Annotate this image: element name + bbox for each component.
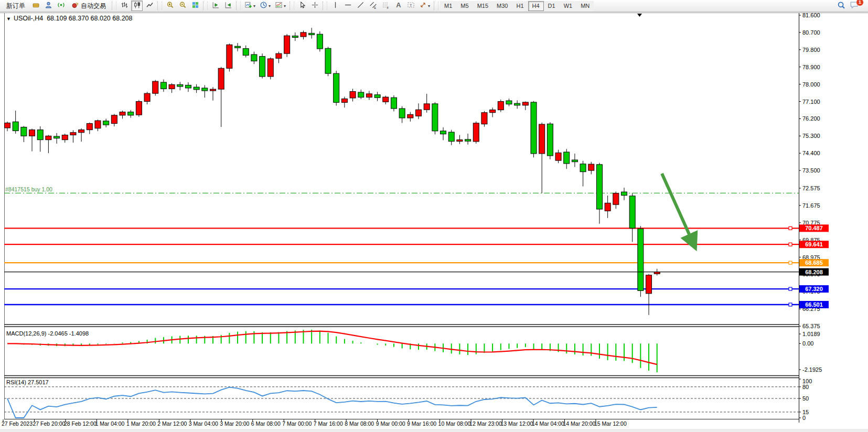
candle[interactable]: [251, 55, 257, 61]
candle[interactable]: [267, 59, 273, 77]
candle[interactable]: [441, 131, 446, 134]
candle[interactable]: [564, 152, 570, 164]
candle[interactable]: [235, 46, 241, 48]
arrows-button[interactable]: ▾: [417, 1, 432, 11]
profile-button[interactable]: [42, 1, 54, 11]
candle[interactable]: [490, 110, 496, 113]
candle[interactable]: [334, 73, 339, 102]
text-label-button[interactable]: T: [405, 1, 416, 11]
candle[interactable]: [128, 112, 134, 115]
candle[interactable]: [374, 95, 380, 98]
candle[interactable]: [301, 33, 306, 37]
candle[interactable]: [358, 92, 364, 98]
candle[interactable]: [153, 81, 158, 93]
candle[interactable]: [539, 124, 545, 154]
timeframe-m30-button[interactable]: M30: [492, 1, 512, 11]
candle[interactable]: [383, 97, 389, 102]
trendline-button[interactable]: [355, 1, 366, 11]
candle[interactable]: [572, 160, 577, 162]
candle[interactable]: [555, 153, 561, 161]
candle[interactable]: [62, 135, 68, 140]
candle[interactable]: [260, 57, 265, 77]
template-button[interactable]: ▾: [273, 1, 287, 11]
candle[interactable]: [457, 140, 463, 142]
zoom-in-button[interactable]: [164, 1, 176, 11]
candle[interactable]: [103, 121, 109, 125]
candle[interactable]: [144, 93, 150, 101]
candle[interactable]: [408, 114, 413, 118]
ticket-button[interactable]: [30, 1, 41, 11]
candle[interactable]: [638, 229, 644, 290]
timeframe-m15-button[interactable]: M15: [473, 1, 492, 11]
symbol-dropdown-icon[interactable]: ▼: [6, 16, 11, 21]
candle[interactable]: [202, 88, 208, 91]
candle[interactable]: [325, 48, 331, 73]
candle[interactable]: [588, 164, 594, 170]
candle[interactable]: [194, 87, 199, 90]
candle[interactable]: [629, 196, 635, 228]
line-handle[interactable]: [789, 261, 792, 264]
candle[interactable]: [515, 103, 520, 105]
candle[interactable]: [341, 99, 347, 102]
candle[interactable]: [54, 136, 60, 138]
candle[interactable]: [46, 136, 51, 139]
candle[interactable]: [177, 84, 183, 87]
time-axis[interactable]: 27 Feb 202327 Feb 20:0028 Feb 12:001 Mar…: [2, 419, 627, 427]
candle[interactable]: [309, 33, 315, 35]
candle[interactable]: [79, 130, 84, 133]
candle[interactable]: [547, 124, 553, 156]
candle[interactable]: [424, 104, 430, 110]
candle[interactable]: [522, 102, 528, 105]
candle[interactable]: [136, 102, 142, 115]
candle[interactable]: [465, 139, 471, 141]
candle[interactable]: [21, 127, 27, 136]
candle[interactable]: [621, 192, 627, 196]
timeframe-h4-button[interactable]: H4: [528, 1, 544, 11]
candle[interactable]: [506, 101, 512, 104]
candle[interactable]: [613, 193, 619, 205]
chart-window[interactable]: 81.60080.70079.80078.90078.00077.10076.2…: [0, 13, 868, 432]
timeframe-m1-button[interactable]: M1: [440, 1, 456, 11]
candle[interactable]: [531, 102, 537, 154]
candle[interactable]: [111, 115, 117, 124]
candle[interactable]: [169, 84, 175, 89]
bar-chart-button[interactable]: [119, 1, 130, 11]
crosshair-button[interactable]: [309, 1, 320, 11]
candle[interactable]: [350, 92, 356, 98]
candle[interactable]: [399, 109, 405, 118]
candle[interactable]: [218, 68, 224, 89]
candlestick-chart-button[interactable]: [131, 1, 143, 11]
broadcast-button[interactable]: [55, 1, 67, 11]
auto-scroll-button[interactable]: [210, 1, 221, 11]
candle[interactable]: [210, 89, 216, 91]
candle[interactable]: [605, 203, 610, 211]
candle[interactable]: [432, 104, 438, 131]
timeframe-mn-button[interactable]: MN: [576, 1, 594, 11]
candle[interactable]: [37, 130, 43, 140]
candle[interactable]: [292, 36, 298, 37]
candle[interactable]: [13, 122, 18, 131]
candle[interactable]: [391, 98, 397, 109]
line-handle[interactable]: [789, 243, 792, 246]
periodicity-button[interactable]: ▾: [258, 1, 272, 11]
candle[interactable]: [227, 45, 232, 68]
line-handle[interactable]: [789, 226, 792, 230]
vertical-line-button[interactable]: [329, 1, 341, 11]
text-button[interactable]: A: [392, 1, 404, 11]
chart-shift-button[interactable]: [222, 1, 234, 11]
fibonacci-button[interactable]: F: [380, 1, 391, 11]
new-chart-button[interactable]: ▾: [243, 1, 257, 11]
timeframe-h1-button[interactable]: H1: [512, 1, 528, 11]
candle[interactable]: [276, 53, 282, 58]
candle[interactable]: [29, 130, 35, 136]
auto-trading-button[interactable]: 自动交易: [68, 1, 110, 11]
candle[interactable]: [481, 113, 487, 124]
search-button[interactable]: [835, 1, 847, 11]
candle[interactable]: [498, 102, 503, 110]
candle[interactable]: [160, 82, 166, 89]
candle[interactable]: [317, 34, 323, 49]
zoom-out-button[interactable]: [177, 1, 188, 11]
cursor-button[interactable]: [296, 1, 308, 11]
line-chart-button[interactable]: [144, 1, 155, 11]
equidistant-channel-button[interactable]: E: [367, 1, 379, 11]
